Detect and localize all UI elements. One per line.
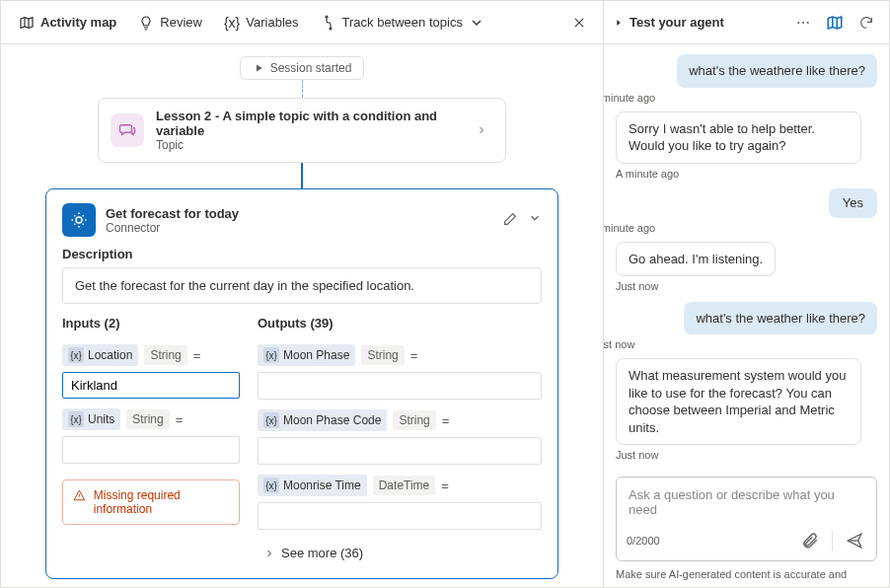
chat-message-user: what's the weather like there? [684,302,877,335]
play-icon [253,62,264,74]
test-panel: Test your agent what's the weathere like… [603,1,889,587]
type-tag: String [126,409,169,429]
more-button[interactable] [790,10,816,36]
tab-activity-map[interactable]: Activity map [9,9,126,37]
var-name: Moonrise Time [283,478,361,492]
ai-disclaimer: Make sure AI-generated content is accura… [604,567,889,587]
topic-title: Lesson 2 - A simple topic with a conditi… [156,109,458,138]
action-title: Get forecast for today [106,206,239,221]
svg-point-5 [807,21,809,23]
tab-label: Track between topics [342,15,463,30]
see-more-button[interactable]: See more (36) [263,546,542,560]
paperclip-icon [801,532,819,550]
chat-message-user: Yes [829,188,877,218]
tab-label: Activity map [40,15,116,30]
type-tag: String [393,410,435,430]
char-count: 0/2000 [627,535,660,547]
var-tag[interactable]: {x} Moon Phase [258,344,355,366]
equals: = [410,348,418,363]
timestamp: Just now [616,449,658,462]
collapse-action-button[interactable] [528,211,542,230]
variable-icon: {x} [68,411,84,427]
variable-icon: {x} [68,347,84,363]
equals: = [441,478,449,493]
topic-icon [111,113,144,147]
description-box: Get the forecast for the current day in … [62,267,542,304]
send-icon [846,532,863,550]
map-icon [19,15,35,31]
output-value-box[interactable] [258,437,542,465]
composer-input[interactable] [627,485,866,521]
test-panel-header: Test your agent [604,1,889,44]
var-tag[interactable]: {x} Moonrise Time [258,475,367,496]
test-panel-title: Test your agent [630,15,724,30]
expand-topic-button[interactable] [470,118,493,142]
see-more-label: See more (36) [281,546,363,560]
timestamp: Just now [604,338,877,350]
composer: 0/2000 [616,477,877,561]
variable-icon: {x} [263,412,279,428]
tab-variables[interactable]: {x} Variables [214,9,309,37]
type-tag: String [361,345,404,365]
map-icon [826,14,844,32]
chat-icon [118,121,136,139]
inputs-column: Inputs (2) {x} Location String = [62,316,240,560]
timestamp: A minute ago [604,222,877,234]
refresh-button[interactable] [853,10,879,36]
var-tag[interactable]: {x} Units [62,408,120,430]
output-value-box[interactable] [258,502,542,530]
var-tag[interactable]: {x} Location [62,344,138,366]
input-row-units: {x} Units String = [62,408,240,464]
timestamp: A minute ago [616,168,679,181]
var-tag[interactable]: {x} Moon Phase Code [258,409,387,431]
equals: = [176,412,184,427]
chevron-down-icon [528,211,542,225]
chat-message-agent: Sorry I wasn't able to help better. Woul… [616,111,861,164]
session-started-pill[interactable]: Session started [240,56,365,80]
chat-message-agent: Go ahead. I'm listening. [616,242,776,277]
close-icon [572,16,586,30]
output-row: {x} Moon Phase Code String = [258,409,542,465]
type-tag: String [144,345,186,365]
connector [302,80,303,98]
warning-text: Missing required information [94,488,229,516]
warning-icon [73,488,86,502]
chat-body[interactable]: what's the weathere like there? A minute… [604,44,889,469]
missing-info-warning: Missing required information [62,479,240,525]
action-header: Get forecast for today Connector [62,203,542,237]
output-value-box[interactable] [258,372,542,400]
tab-review[interactable]: Review [128,9,212,37]
svg-point-3 [797,21,799,23]
input-location-value[interactable] [62,372,240,399]
tab-label: Variables [246,15,298,30]
close-button[interactable] [563,7,595,38]
refresh-icon [858,15,874,31]
attach-button[interactable] [798,529,822,552]
map-toggle-button[interactable] [822,10,848,36]
output-row: {x} Moon Phase String = [258,344,542,400]
description-label: Description [62,247,542,261]
tab-track-topics[interactable]: Track between topics [311,9,494,37]
input-units-value[interactable] [62,436,240,464]
main-panel: Activity map Review {x} Variables Track … [1,1,603,587]
edit-action-button[interactable] [502,211,518,230]
var-name: Location [88,348,132,362]
pencil-icon [502,211,518,227]
equals: = [442,413,450,428]
caret-right-icon[interactable] [614,18,624,28]
track-icon [321,15,336,31]
topic-card[interactable]: Lesson 2 - A simple topic with a conditi… [98,98,506,163]
canvas[interactable]: Session started Lesson 2 - A simple topi… [1,44,603,587]
separator [832,531,833,551]
var-name: Moon Phase [283,348,349,362]
send-button[interactable] [843,529,866,552]
topic-subtitle: Topic [156,138,458,152]
tab-label: Review [160,15,202,30]
chevron-right-icon [476,124,487,136]
lightbulb-icon [138,15,154,31]
topbar: Activity map Review {x} Variables Track … [1,1,603,44]
svg-point-2 [76,217,82,223]
chat-message-agent: What measurement system would you like t… [616,358,861,445]
input-row-location: {x} Location String = [62,344,240,399]
braces-icon: {x} [224,15,240,31]
